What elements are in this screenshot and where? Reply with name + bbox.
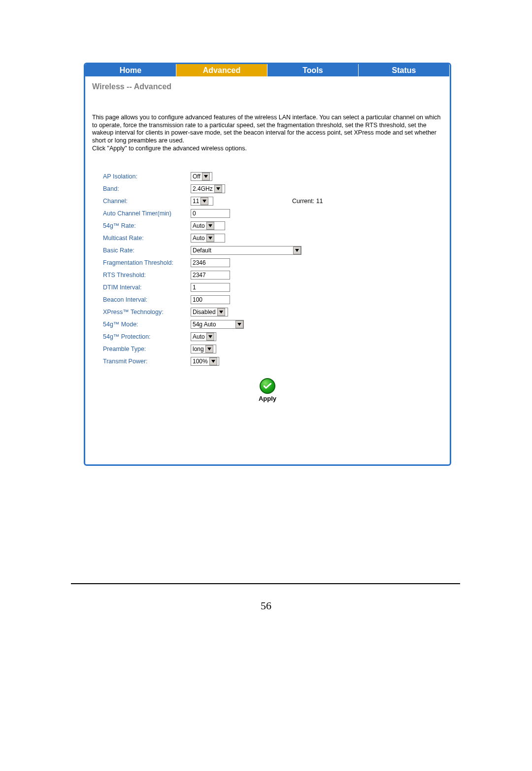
tab-advanced[interactable]: Advanced [176, 64, 267, 76]
select-channel[interactable]: 11 [191, 197, 213, 206]
row-band: Band: 2.4GHz [103, 182, 443, 195]
label-transmit-power: Transmit Power: [103, 358, 191, 365]
chevron-down-icon [206, 222, 214, 230]
chevron-down-icon [217, 308, 225, 316]
page-title: Wireless -- Advanced [92, 82, 443, 91]
row-frag-threshold: Fragmentation Threshold: [103, 256, 443, 269]
row-beacon-interval: Beacon Interval: [103, 293, 443, 306]
select-54g-protection[interactable]: Auto [191, 332, 216, 341]
check-icon [264, 383, 271, 389]
chevron-down-icon [206, 333, 214, 341]
label-preamble: Preamble Type: [103, 346, 191, 352]
current-channel-text: Current: 11 [292, 198, 323, 205]
row-54g-rate: 54g™ Rate: Auto [103, 219, 443, 232]
row-dtim-interval: DTIM Interval: [103, 281, 443, 293]
label-rts-threshold: RTS Threshold: [103, 272, 191, 279]
label-54g-protection: 54g™ Protection: [103, 333, 191, 340]
label-54g-rate: 54g™ Rate: [103, 222, 191, 229]
select-multicast-rate[interactable]: Auto [191, 234, 225, 243]
select-value: 54g Auto [193, 321, 234, 328]
chevron-down-icon [293, 246, 301, 254]
label-beacon-interval: Beacon Interval: [103, 296, 191, 303]
input-dtim-interval[interactable] [191, 283, 230, 292]
label-multicast-rate: Multicast Rate: [103, 235, 191, 242]
row-54g-mode: 54g™ Mode: 54g Auto [103, 318, 443, 330]
label-xpress: XPress™ Technology: [103, 309, 191, 315]
tab-status[interactable]: Status [359, 64, 450, 76]
row-basic-rate: Basic Rate: Default [103, 244, 443, 256]
select-value: Off [193, 173, 200, 180]
chevron-down-icon [205, 345, 213, 353]
select-value: Default [193, 247, 292, 254]
footer-rule [71, 583, 460, 584]
row-transmit-power: Transmit Power: 100% [103, 355, 443, 367]
apply-area: Apply [92, 378, 443, 402]
select-value: long [193, 346, 204, 352]
select-value: 2.4GHz [193, 185, 213, 192]
select-value: 11 [193, 198, 199, 205]
select-basic-rate[interactable]: Default [191, 246, 301, 255]
select-value: Disabled [193, 309, 216, 315]
input-frag-threshold[interactable] [191, 258, 230, 267]
row-preamble: Preamble Type: long [103, 343, 443, 355]
row-rts-threshold: RTS Threshold: [103, 269, 443, 281]
tab-bar: Home Advanced Tools Status [85, 64, 450, 76]
row-ap-isolation: AP Isolation: Off [103, 170, 443, 182]
select-preamble[interactable]: long [191, 345, 216, 353]
row-auto-channel-timer: Auto Channel Timer(min) [103, 207, 443, 219]
label-frag-threshold: Fragmentation Threshold: [103, 259, 191, 266]
label-dtim-interval: DTIM Interval: [103, 284, 191, 291]
panel-body: Wireless -- Advanced This page allows yo… [85, 76, 450, 402]
select-value: 100% [193, 358, 208, 365]
tab-home[interactable]: Home [85, 64, 176, 76]
label-basic-rate: Basic Rate: [103, 247, 191, 254]
chevron-down-icon [200, 197, 208, 205]
select-xpress[interactable]: Disabled [191, 308, 228, 316]
label-ap-isolation: AP Isolation: [103, 173, 191, 180]
label-54g-mode: 54g™ Mode: [103, 321, 191, 328]
row-xpress: XPress™ Technology: Disabled [103, 306, 443, 318]
select-value: Auto [193, 235, 205, 242]
chevron-down-icon [209, 357, 217, 365]
label-channel: Channel: [103, 198, 191, 205]
row-multicast-rate: Multicast Rate: Auto [103, 232, 443, 244]
settings-form: AP Isolation: Off Band: 2.4GHz [103, 170, 443, 367]
label-auto-channel-timer: Auto Channel Timer(min) [103, 210, 191, 217]
chevron-down-icon [235, 320, 243, 328]
description-text-2: Click "Apply" to configure the advanced … [92, 145, 443, 153]
router-admin-panel: Home Advanced Tools Status Wireless -- A… [84, 63, 451, 466]
document-page: Home Advanced Tools Status Wireless -- A… [0, 0, 532, 771]
row-channel: Channel: 11 Current: 11 [103, 195, 443, 207]
apply-label: Apply [259, 395, 276, 402]
tab-tools[interactable]: Tools [267, 64, 359, 76]
chevron-down-icon [214, 185, 222, 193]
apply-button[interactable] [260, 378, 275, 394]
chevron-down-icon [202, 173, 210, 180]
description-text-1: This page allows you to configure advanc… [92, 114, 443, 145]
select-value: Auto [193, 222, 205, 229]
page-description: This page allows you to configure advanc… [92, 114, 443, 152]
input-rts-threshold[interactable] [191, 271, 230, 280]
row-54g-protection: 54g™ Protection: Auto [103, 330, 443, 343]
input-auto-channel-timer[interactable] [191, 209, 230, 218]
select-transmit-power[interactable]: 100% [191, 357, 219, 366]
select-54g-rate[interactable]: Auto [191, 221, 225, 230]
select-value: Auto [193, 333, 205, 340]
page-number: 56 [0, 599, 532, 612]
chevron-down-icon [206, 234, 214, 242]
input-beacon-interval[interactable] [191, 295, 230, 304]
select-band[interactable]: 2.4GHz [191, 184, 225, 193]
label-band: Band: [103, 185, 191, 192]
select-54g-mode[interactable]: 54g Auto [191, 320, 244, 329]
select-ap-isolation[interactable]: Off [191, 172, 212, 181]
